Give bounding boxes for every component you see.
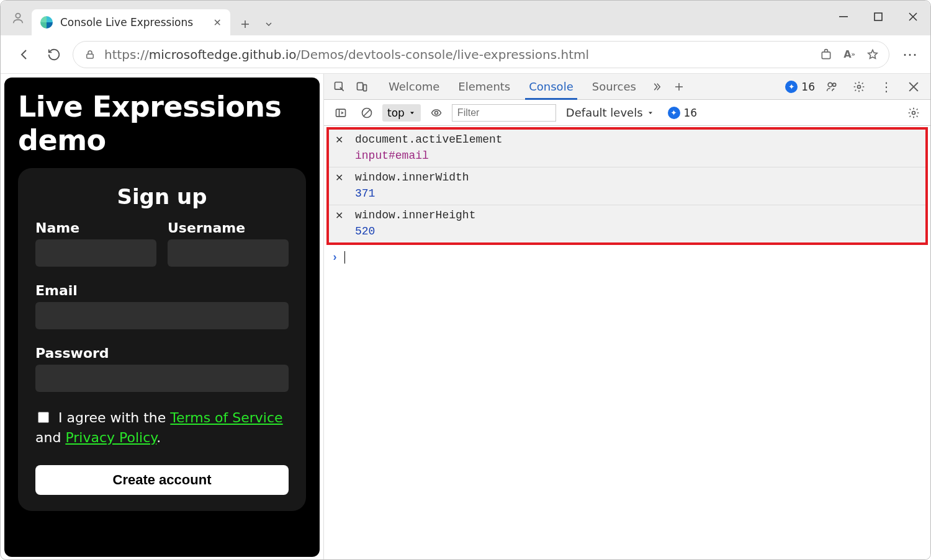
console-body: › <box>324 245 930 560</box>
label-password: Password <box>35 345 289 361</box>
live-expr-value: 520 <box>355 225 919 238</box>
live-expression-row: ✕ document.activeElement input#email <box>329 130 925 167</box>
input-email[interactable] <box>35 302 289 329</box>
create-account-button[interactable]: Create account <box>35 465 289 495</box>
text-cursor <box>344 251 346 264</box>
input-password[interactable] <box>35 365 289 392</box>
lock-icon <box>84 49 96 60</box>
svg-point-0 <box>16 14 20 18</box>
console-prompt[interactable]: › <box>331 251 923 264</box>
label-name: Name <box>35 220 156 236</box>
tab-elements[interactable]: Elements <box>449 74 519 99</box>
label-username: Username <box>168 220 289 236</box>
signup-card: Sign up Name Username Email Pa <box>18 168 306 511</box>
read-aloud-icon[interactable]: A» <box>843 48 855 60</box>
remove-live-expr-icon[interactable]: ✕ <box>335 209 350 223</box>
browser-titlebar: Console Live Expressions ✕ <box>1 1 930 35</box>
toolbar-issues-chip[interactable]: ✦ 16 <box>668 107 698 119</box>
live-expression-row: ✕ window.innerHeight 520 <box>329 205 925 242</box>
live-expr-text[interactable]: window.innerHeight <box>355 209 919 223</box>
issues-icon: ✦ <box>785 81 798 93</box>
edge-favicon-icon <box>40 16 53 29</box>
svg-point-13 <box>434 111 438 114</box>
page-title: Live Expressions demo <box>18 90 306 157</box>
browser-tab[interactable]: Console Live Expressions ✕ <box>32 9 230 35</box>
svg-rect-1 <box>839 16 848 17</box>
svg-rect-3 <box>87 54 94 58</box>
shopping-icon[interactable] <box>820 48 832 61</box>
tab-controls <box>230 13 284 35</box>
svg-point-9 <box>833 83 836 86</box>
live-expr-text[interactable]: document.activeElement <box>355 133 919 147</box>
live-expression-row: ✕ window.innerWidth 371 <box>329 167 925 205</box>
privacy-link[interactable]: Privacy Policy <box>65 430 156 445</box>
svg-rect-7 <box>364 84 367 91</box>
console-toolbar: top Default levels ✦ 16 <box>324 100 930 126</box>
toolbar-issues-count: 16 <box>684 107 698 119</box>
live-expressions-region: ✕ document.activeElement input#email ✕ w… <box>326 127 928 245</box>
chevron-right-icon: › <box>331 251 338 264</box>
field-username: Username <box>168 220 289 267</box>
minimize-button[interactable] <box>826 4 861 29</box>
svg-point-8 <box>828 82 832 87</box>
tab-console[interactable]: Console <box>520 74 582 99</box>
device-toggle-icon[interactable] <box>351 76 372 97</box>
back-button[interactable] <box>13 43 35 66</box>
toggle-sidebar-icon[interactable] <box>330 102 351 123</box>
live-expr-value: input#email <box>355 149 919 162</box>
live-expression-icon[interactable] <box>426 102 447 123</box>
log-levels-selector[interactable]: Default levels <box>566 106 654 119</box>
tab-dropdown-button[interactable] <box>258 13 280 35</box>
clear-console-icon[interactable] <box>356 102 377 123</box>
agree-checkbox[interactable] <box>38 412 49 423</box>
svg-point-14 <box>912 111 915 114</box>
input-username[interactable] <box>168 239 289 267</box>
more-tabs-icon[interactable] <box>646 76 667 97</box>
refresh-button[interactable] <box>43 43 65 66</box>
page-viewport: Live Expressions demo Sign up Name Usern… <box>1 74 323 560</box>
live-expr-text[interactable]: window.innerWidth <box>355 171 919 185</box>
context-selector[interactable]: top <box>382 104 421 122</box>
svg-rect-11 <box>336 109 346 117</box>
maximize-button[interactable] <box>861 4 896 29</box>
close-window-button[interactable] <box>896 4 930 29</box>
feedback-icon[interactable] <box>821 76 842 97</box>
browser-toolbar: https://microsoftedge.github.io/Demos/de… <box>1 35 930 74</box>
devtools-panel: Welcome Elements Console Sources ✦ 16 <box>323 74 930 560</box>
issues-icon: ✦ <box>668 107 680 119</box>
more-menu-button[interactable]: ⋯ <box>897 42 923 68</box>
remove-live-expr-icon[interactable]: ✕ <box>335 133 350 147</box>
settings-icon[interactable] <box>848 76 870 97</box>
issues-chip[interactable]: ✦ 16 <box>785 81 815 93</box>
close-tab-icon[interactable]: ✕ <box>214 17 222 29</box>
signup-heading: Sign up <box>35 184 289 209</box>
input-name[interactable] <box>35 239 156 267</box>
field-password: Password <box>35 345 289 392</box>
window-controls <box>826 1 930 35</box>
tab-strip: Console Live Expressions ✕ <box>32 1 826 35</box>
field-name: Name <box>35 220 156 267</box>
inspect-icon[interactable] <box>329 76 350 97</box>
devtools-tabbar: Welcome Elements Console Sources ✦ 16 <box>324 74 930 100</box>
tab-welcome[interactable]: Welcome <box>380 74 448 99</box>
devtools-menu-icon[interactable]: ⋮ <box>876 76 897 97</box>
svg-point-10 <box>858 85 861 88</box>
new-tab-button[interactable] <box>234 13 256 35</box>
agree-text: I agree with the Terms of Service and Pr… <box>35 408 289 448</box>
favorite-icon[interactable] <box>866 48 879 61</box>
remove-live-expr-icon[interactable]: ✕ <box>335 171 350 185</box>
filter-input[interactable] <box>452 104 556 122</box>
field-email: Email <box>35 283 289 329</box>
new-tab-icon[interactable] <box>668 76 690 97</box>
address-bar[interactable]: https://microsoftedge.github.io/Demos/de… <box>73 41 889 68</box>
issues-count: 16 <box>801 81 815 93</box>
console-settings-icon[interactable] <box>903 102 924 123</box>
tab-sources[interactable]: Sources <box>583 74 645 99</box>
svg-rect-6 <box>358 82 363 90</box>
tos-link[interactable]: Terms of Service <box>170 410 282 425</box>
url-text: https://microsoftedge.github.io/Demos/de… <box>104 47 589 62</box>
close-devtools-icon[interactable] <box>903 76 924 97</box>
profile-button[interactable] <box>4 1 32 35</box>
svg-rect-2 <box>875 13 882 20</box>
content-area: Live Expressions demo Sign up Name Usern… <box>1 74 930 560</box>
